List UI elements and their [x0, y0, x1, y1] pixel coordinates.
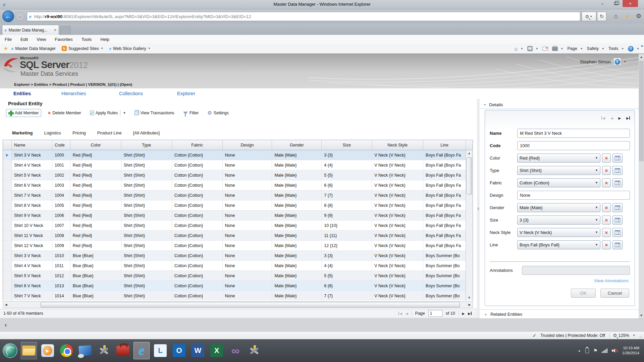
row-selector[interactable] [3, 291, 12, 301]
table-row[interactable]: Shirt 6 V Neck1013Blue {Blue}Shirt {Shir… [3, 281, 466, 291]
cell-type[interactable]: Shirt {Shirt} [121, 210, 172, 220]
cell-line[interactable]: Boys Fall {Boys Fa [423, 180, 466, 190]
table-row[interactable]: Shirt 5 V Neck1012Blue {Blue}Shirt {Shir… [3, 271, 466, 281]
cell-type[interactable]: Shirt {Shirt} [121, 160, 172, 170]
url-box[interactable]: e http://r9-wxl90:8081/Explorer/Attribut… [27, 12, 580, 21]
cell-type[interactable]: Shirt {Shirt} [121, 261, 172, 270]
cell-line[interactable]: Boys Fall {Boys Fa [423, 241, 466, 250]
column-header-neck-style[interactable]: Neck Style [372, 140, 423, 150]
cell-line[interactable]: Boys Fall {Boys Fa [423, 190, 466, 200]
cell-name[interactable]: Shirt 4 V Neck [12, 261, 52, 270]
cell-fabric[interactable]: Cotton {Cotton} [172, 281, 223, 291]
cell-name[interactable]: Shirt 8 V Neck [12, 200, 52, 210]
cell-line[interactable]: Boys Summer {Bo [423, 291, 466, 301]
table-row[interactable]: Shirt 12 V Neck1009Red {Red}Shirt {Shirt… [3, 241, 466, 251]
row-selector[interactable] [3, 231, 12, 240]
cell-line[interactable]: Boys Fall {Boys Fa [423, 160, 466, 170]
row-selector[interactable] [3, 200, 12, 210]
cell-fabric[interactable]: Cotton {Cotton} [172, 160, 223, 170]
cell-fabric[interactable]: Cotton {Cotton} [172, 200, 223, 210]
cell-line[interactable]: Boys Summer {Bo [423, 281, 466, 291]
cell-gender[interactable]: Male {Male} [272, 150, 322, 160]
row-selector[interactable] [3, 261, 12, 270]
chrome[interactable] [58, 342, 74, 359]
cell-size[interactable]: 4 {4} [322, 261, 372, 270]
delete-member-button[interactable]: ×Delete Member [46, 109, 83, 117]
restore-button[interactable] [609, 0, 623, 7]
cell-neck-style[interactable]: V Neck {V Neck} [372, 180, 423, 190]
cell-type[interactable]: Shirt {Shirt} [121, 150, 172, 160]
cell-type[interactable]: Shirt {Shirt} [121, 221, 172, 230]
next-record-button[interactable]: ▶ [619, 115, 621, 121]
name-field[interactable]: M Red Shirt 3 V Neck [517, 129, 630, 138]
clear-size-button[interactable]: × [602, 216, 611, 225]
zoom-control[interactable]: 125%▼ [613, 333, 635, 338]
show-hidden-icons[interactable]: ▲ [578, 349, 581, 352]
cell-color[interactable]: Blue {Blue} [70, 251, 121, 260]
grid-horizontal-scrollbar[interactable]: ◀ ▶ [3, 301, 473, 308]
row-selector[interactable] [3, 281, 12, 291]
menu-file[interactable]: File [5, 37, 12, 42]
help-menu[interactable]: ?▼ [628, 46, 639, 52]
tab-product-line[interactable]: Product Line [97, 130, 122, 135]
cell-code[interactable]: 1000 [52, 150, 70, 160]
cell-size[interactable]: 12 {12} [322, 241, 372, 250]
cell-name[interactable]: Shirt 12 V Neck [12, 241, 52, 250]
cell-fabric[interactable]: Cotton {Cotton} [172, 210, 223, 220]
tab-marketing[interactable]: Marketing [12, 130, 33, 135]
annotations-field[interactable] [522, 266, 630, 275]
cell-line[interactable]: Boys Summer {Bo [423, 261, 466, 270]
page-vertical-scrollbar[interactable]: ▲ ▼ [639, 54, 644, 318]
favorites-star-icon[interactable]: ★ [623, 12, 631, 20]
tab-all-attributes[interactable]: [All Attributes] [133, 130, 160, 135]
table-row[interactable]: Shirt 6 V Neck1003Red {Red}Shirt {Shirt}… [3, 180, 466, 190]
cell-line[interactable]: Boys Fall {Boys Fa [423, 231, 466, 240]
print-button[interactable]: ▼ [552, 47, 564, 51]
column-header-line[interactable]: Line [423, 140, 466, 150]
cell-design[interactable]: None [223, 160, 272, 170]
scroll-thumb[interactable] [467, 158, 472, 194]
cell-gender[interactable]: Male {Male} [272, 261, 322, 270]
cell-name[interactable]: Shirt 9 V Neck [12, 210, 52, 220]
column-header-design[interactable]: Design [223, 140, 272, 150]
cell-type[interactable]: Shirt {Shirt} [121, 170, 172, 180]
cancel-button[interactable]: Cancel [600, 289, 629, 298]
menu-view[interactable]: View [37, 37, 46, 42]
page-menu[interactable]: Page▼ [567, 46, 583, 51]
cell-fabric[interactable]: Cotton {Cotton} [172, 180, 223, 190]
design-field[interactable]: None [517, 191, 630, 200]
color-lookup-button[interactable] [612, 154, 623, 163]
cell-code[interactable]: 1004 [52, 190, 70, 200]
cell-fabric[interactable]: Cotton {Cotton} [172, 291, 223, 301]
network-icon[interactable] [602, 348, 607, 353]
menu-help[interactable]: Help [100, 37, 109, 42]
cell-neck-style[interactable]: V Neck {V Neck} [372, 241, 423, 250]
cell-size[interactable]: 8 {8} [322, 200, 372, 210]
cell-fabric[interactable]: Cotton {Cotton} [172, 231, 223, 240]
settings-gear-icon[interactable]: ⚙ [635, 12, 643, 20]
cell-name[interactable]: Shirt 3 V Neck [12, 150, 52, 160]
first-page-button[interactable]: ◀ [398, 312, 402, 315]
settings-button[interactable]: ⚙Settings [205, 109, 231, 117]
page-scroll-down-icon[interactable]: ▼ [639, 312, 644, 318]
prev-record-button[interactable]: ◀ [610, 115, 613, 121]
read-mail-button[interactable] [542, 47, 548, 51]
cell-code[interactable]: 1007 [52, 221, 70, 230]
cell-size[interactable]: 6 {6} [322, 180, 372, 190]
cell-gender[interactable]: Male {Male} [272, 291, 322, 301]
grid-vertical-scrollbar[interactable]: ▲ ▼ [466, 150, 473, 301]
cell-gender[interactable]: Male {Male} [272, 271, 322, 281]
cell-neck-style[interactable]: V Neck {V Neck} [372, 281, 423, 291]
start-button[interactable] [2, 342, 18, 359]
cell-name[interactable]: Shirt 4 V Neck [12, 160, 52, 170]
cell-size[interactable]: 7 {7} [322, 291, 372, 301]
cell-color[interactable]: Red {Red} [70, 221, 121, 230]
fabric-lookup-button[interactable] [612, 178, 623, 187]
cell-neck-style[interactable]: V Neck {V Neck} [372, 170, 423, 180]
cell-color[interactable]: Red {Red} [70, 190, 121, 200]
hscroll-thumb[interactable] [41, 302, 460, 307]
cell-type[interactable]: Shirt {Shirt} [121, 271, 172, 281]
cell-color[interactable]: Red {Red} [70, 210, 121, 220]
cell-name[interactable]: Shirt 6 V Neck [12, 180, 52, 190]
cell-color[interactable]: Blue {Blue} [70, 271, 121, 281]
